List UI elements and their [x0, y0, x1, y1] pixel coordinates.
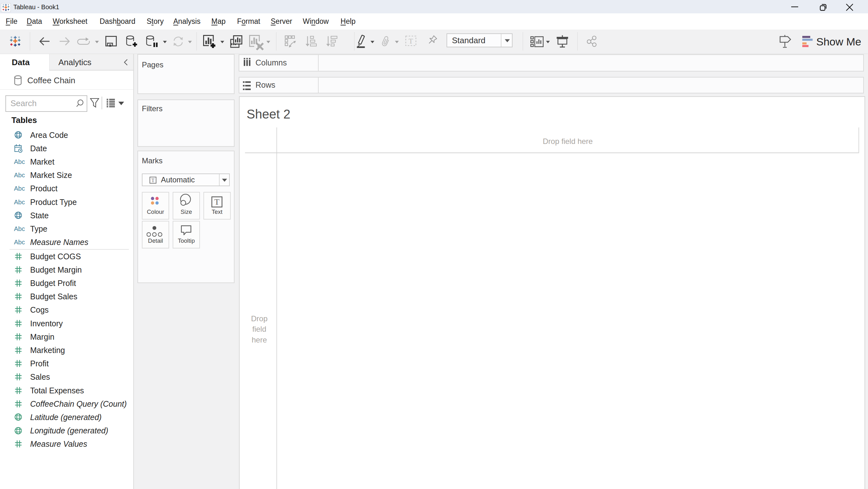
svg-text:T: T: [215, 197, 220, 206]
svg-text:T: T: [151, 178, 155, 183]
svg-text:T: T: [408, 37, 413, 45]
